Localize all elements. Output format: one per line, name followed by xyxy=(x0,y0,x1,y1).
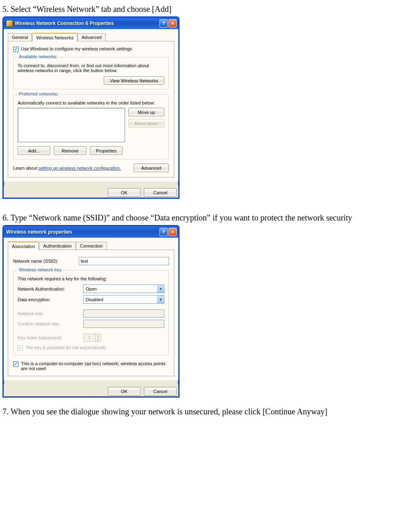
tabpage-association: Network name (SSID): Wireless network ke… xyxy=(8,250,174,376)
move-down-button[interactable]: Move down xyxy=(128,119,164,127)
data-encryption-combo[interactable]: Disabled ▼ xyxy=(83,295,164,304)
learn-link[interactable]: setting up wireless network configuratio… xyxy=(39,166,121,171)
tab-authentication[interactable]: Authentication xyxy=(39,242,76,250)
group-available-networks: Available networks: To connect to, disco… xyxy=(13,57,169,89)
network-key-input xyxy=(83,309,164,318)
chevron-down-icon: ▼ xyxy=(157,296,164,303)
advanced-button[interactable]: Advanced xyxy=(134,164,169,172)
add-button[interactable]: Add... xyxy=(18,146,50,155)
view-wireless-networks-button[interactable]: View Wireless Networks xyxy=(104,76,164,85)
preferred-legend: Preferred networks: xyxy=(17,91,60,96)
ssid-label: Network name (SSID): xyxy=(13,259,75,264)
tab-general[interactable]: General xyxy=(8,33,32,41)
group-preferred-networks: Preferred networks: Automatically connec… xyxy=(13,94,169,159)
step-6-text: 6. Type “Network name (SSID)” and choose… xyxy=(2,212,403,223)
available-legend: Available networks: xyxy=(17,54,59,59)
help-button[interactable]: ? xyxy=(159,19,168,27)
available-desc: To connect to, disconnect from, or find … xyxy=(18,63,164,73)
titlebar[interactable]: Wireless network properties ? × xyxy=(4,226,178,238)
tab-advanced[interactable]: Advanced xyxy=(77,33,106,41)
tabpage-wireless: ✓ Use Windows to configure my wireless n… xyxy=(8,41,174,177)
network-auth-value: Open xyxy=(86,286,97,291)
titlebar[interactable]: Wireless Network Connection 6 Properties… xyxy=(4,18,178,29)
network-auth-combo[interactable]: Open ▼ xyxy=(83,284,164,293)
dialog-wireless-network-properties: Wireless network properties ? × Associat… xyxy=(2,225,180,398)
ssid-input[interactable] xyxy=(79,257,169,265)
step-7-text: 7. When you see the dialogue showing you… xyxy=(2,406,403,417)
network-key-label: Network key: xyxy=(18,311,79,316)
data-encryption-label: Data encryption: xyxy=(18,297,79,302)
confirm-key-input xyxy=(83,320,164,328)
dialog-wireless-connection-properties: Wireless Network Connection 6 Properties… xyxy=(2,16,180,199)
key-group-legend: Wireless network key xyxy=(17,267,63,272)
adhoc-label: This is a computer-to-computer (ad hoc) … xyxy=(21,361,169,371)
close-button[interactable]: × xyxy=(168,19,177,27)
cancel-button[interactable]: Cancel xyxy=(144,188,177,197)
learn-prefix: Learn about xyxy=(13,166,39,171)
close-button[interactable]: × xyxy=(168,228,177,236)
tabstrip: Association Authentication Connection xyxy=(8,240,174,250)
adhoc-checkbox[interactable]: ✓ xyxy=(13,361,18,367)
group-wireless-network-key: Wireless network key This network requir… xyxy=(13,270,169,355)
wireless-icon xyxy=(6,20,13,27)
network-auth-label: Network Authentication: xyxy=(18,286,79,291)
help-button[interactable]: ? xyxy=(159,228,168,236)
chevron-down-icon: ▼ xyxy=(157,285,164,293)
ok-button[interactable]: OK xyxy=(108,387,141,396)
key-group-desc: This network requires a key for the foll… xyxy=(18,276,164,281)
cancel-button[interactable]: Cancel xyxy=(144,387,177,396)
confirm-key-label: Confirm network key: xyxy=(18,321,79,326)
preferred-desc: Automatically connect to available netwo… xyxy=(18,100,164,105)
key-provided-checkbox: ✓ xyxy=(18,346,23,351)
tab-wireless-networks[interactable]: Wireless Networks xyxy=(32,33,77,42)
preferred-networks-listbox[interactable] xyxy=(18,108,125,142)
step-5-text: 5. Select “Wireless Network” tab and cho… xyxy=(2,3,403,15)
use-windows-label: Use Windows to configure my wireless net… xyxy=(21,46,132,51)
ok-button[interactable]: OK xyxy=(108,188,141,197)
key-index-value: 1 xyxy=(84,334,95,341)
chevron-down-icon: ▼ xyxy=(95,338,101,341)
tab-connection[interactable]: Connection xyxy=(76,242,107,250)
window-title: Wireless Network Connection 6 Properties xyxy=(15,20,159,26)
key-provided-label: The key is provided for me automatically xyxy=(25,345,106,350)
properties-button[interactable]: Properties xyxy=(90,146,123,155)
tabstrip: General Wireless Networks Advanced xyxy=(8,32,174,41)
key-index-label: Key index (advanced): xyxy=(18,335,79,340)
tab-association[interactable]: Association xyxy=(8,241,39,250)
window-title: Wireless network properties xyxy=(6,229,159,235)
chevron-up-icon: ▲ xyxy=(95,334,101,338)
key-index-spinner: 1 ▲▼ xyxy=(83,334,101,342)
data-encryption-value: Disabled xyxy=(86,297,103,302)
move-up-button[interactable]: Move up xyxy=(128,108,164,116)
remove-button[interactable]: Remove xyxy=(54,146,86,155)
use-windows-checkbox[interactable]: ✓ xyxy=(13,47,18,52)
